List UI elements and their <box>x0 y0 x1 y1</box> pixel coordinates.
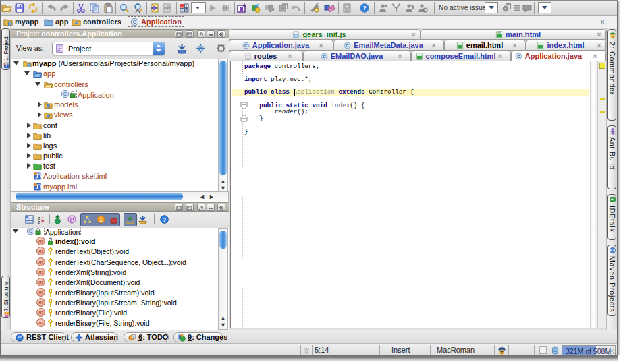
svg-text:z: z <box>38 219 40 224</box>
svg-text:C: C <box>63 91 67 97</box>
svg-text:C: C <box>133 19 136 25</box>
svg-text:C: C <box>346 43 349 48</box>
svg-text:C: C <box>323 54 326 59</box>
svg-text:1: 1 <box>181 8 183 12</box>
svg-text:1: 1 <box>186 4 188 8</box>
svg-text:3: 3 <box>186 8 188 12</box>
svg-text:C: C <box>517 54 520 59</box>
svg-text:1: 1 <box>99 216 103 223</box>
svg-text:C: C <box>244 43 248 48</box>
svg-text:?: ? <box>163 216 166 223</box>
svg-text:P: P <box>70 216 74 223</box>
svg-text:JS: JS <box>294 34 298 38</box>
svg-text:?: ? <box>362 4 367 11</box>
svg-text:C: C <box>29 228 32 234</box>
